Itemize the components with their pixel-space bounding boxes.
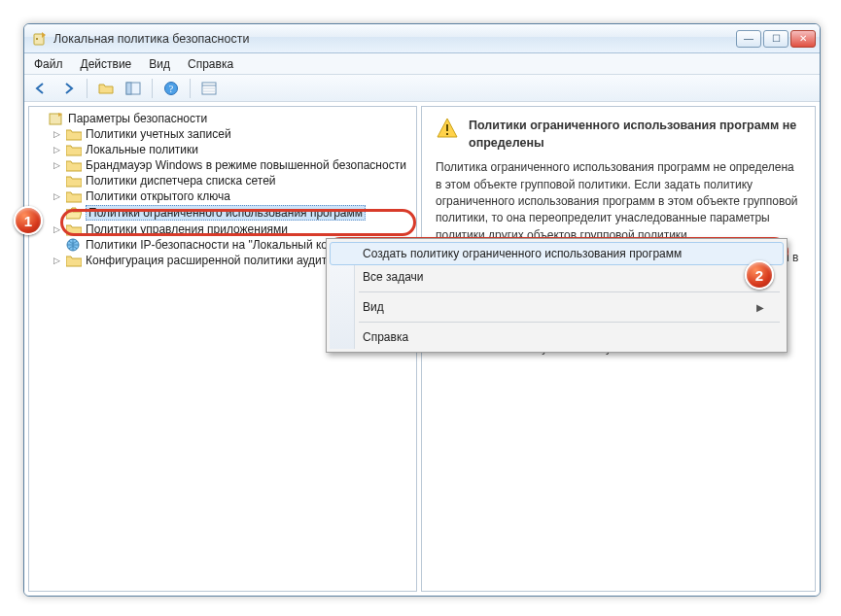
expand-icon[interactable]: ▷	[51, 145, 62, 154]
tree-item-firewall[interactable]: ▷ Брандмауэр Windows в режиме повышенной…	[49, 157, 414, 173]
close-button[interactable]: ✕	[790, 30, 816, 48]
minimize-button[interactable]: —	[736, 30, 761, 48]
folder-icon	[66, 158, 82, 172]
ctx-item-label: Создать политику ограниченного использов…	[363, 247, 682, 260]
nav-back-button[interactable]	[30, 78, 52, 99]
toolbar-separator	[87, 79, 88, 98]
tree-item-srp[interactable]: Политики ограниченного использования про…	[49, 204, 414, 222]
expand-icon[interactable]: ▷	[51, 256, 62, 265]
folder-icon	[66, 254, 82, 267]
tree-item-local-policies[interactable]: ▷ Локальные политики	[49, 142, 414, 157]
toolbar-separator	[190, 79, 191, 98]
expand-icon[interactable]: ▷	[51, 160, 62, 170]
ctx-item-label: Справка	[363, 330, 408, 344]
tree-item-app-control[interactable]: ▷ Политики управления приложениями	[49, 222, 414, 237]
folder-icon	[66, 222, 82, 236]
titlebar[interactable]: Локальная политика безопасности — ☐ ✕	[24, 24, 820, 53]
folder-icon	[66, 189, 82, 203]
toolbar-help-button[interactable]: ?	[160, 78, 182, 99]
expand-icon[interactable]: ▷	[51, 129, 62, 139]
menu-action[interactable]: Действие	[73, 55, 140, 73]
globe-icon	[66, 238, 82, 252]
ctx-all-tasks[interactable]: Все задачи ▶	[330, 265, 784, 289]
svg-point-1	[36, 38, 38, 40]
svg-text:?: ?	[169, 84, 174, 94]
nav-forward-button[interactable]	[57, 78, 79, 99]
svg-rect-12	[446, 124, 448, 131]
menubar: Файл Действие Вид Справка	[24, 53, 820, 75]
detail-paragraph: Политика ограниченного использования про…	[436, 159, 801, 244]
ctx-create-srp[interactable]: Создать политику ограниченного использов…	[330, 242, 784, 265]
folder-icon	[66, 127, 82, 141]
ctx-item-label: Все задачи	[363, 270, 424, 284]
warning-icon	[436, 117, 459, 145]
toolbar-panel-button[interactable]	[123, 78, 144, 99]
toolbar-folder-button[interactable]	[95, 78, 117, 99]
window-title: Локальная политика безопасности	[53, 32, 730, 46]
menu-file[interactable]: Файл	[26, 55, 71, 73]
ctx-item-label: Вид	[363, 300, 384, 314]
expand-icon[interactable]: ▷	[51, 191, 62, 201]
context-menu-separator	[359, 322, 780, 323]
menu-view[interactable]: Вид	[141, 55, 178, 73]
toolbar-separator	[152, 79, 153, 98]
ctx-view[interactable]: Вид ▶	[330, 295, 784, 319]
chevron-right-icon: ▶	[756, 272, 764, 283]
toolbar: ?	[24, 75, 820, 102]
svg-rect-13	[446, 133, 448, 135]
context-menu-separator	[359, 291, 780, 292]
tree-item-account-policies[interactable]: ▷ Политики учетных записей	[49, 126, 414, 142]
expand-icon[interactable]: ▷	[51, 224, 62, 234]
toolbar-list-button[interactable]	[198, 78, 220, 99]
tree-root[interactable]: Параметры безопасности	[31, 111, 414, 126]
svg-rect-3	[126, 83, 131, 94]
app-icon	[32, 31, 48, 47]
tree-item-nlm[interactable]: Политики диспетчера списка сетей	[49, 173, 414, 188]
folder-icon	[66, 174, 82, 188]
chevron-right-icon: ▶	[756, 302, 764, 313]
detail-title: Политики ограниченного использования про…	[469, 117, 801, 152]
folder-open-icon	[66, 206, 82, 220]
context-menu: Создать политику ограниченного использов…	[326, 238, 788, 353]
shield-icon	[49, 112, 64, 125]
menu-help[interactable]: Справка	[180, 55, 241, 73]
maximize-button[interactable]: ☐	[763, 30, 788, 48]
tree-item-public-key[interactable]: ▷ Политики открытого ключа	[49, 188, 414, 204]
folder-icon	[66, 143, 82, 156]
ctx-help[interactable]: Справка	[330, 325, 784, 349]
